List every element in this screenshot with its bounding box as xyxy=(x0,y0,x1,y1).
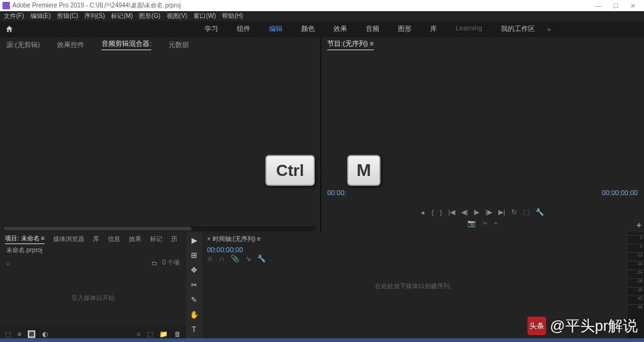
menu-view[interactable]: 视图(V) xyxy=(167,12,187,20)
tab-audio-mixer[interactable]: 音频剪辑混合器: xyxy=(102,39,151,50)
track-select-tool-icon[interactable]: ⊞ xyxy=(191,251,197,260)
tab-markers[interactable]: 标记 xyxy=(150,235,162,243)
timeline-drop-zone[interactable]: 在此处放下媒体以创建序列。 xyxy=(202,282,628,291)
selection-tool-icon[interactable]: ▶ xyxy=(192,236,197,245)
ws-editing[interactable]: 编辑 xyxy=(269,20,283,38)
menu-help[interactable]: 帮助(H) xyxy=(222,12,243,20)
horizontal-scrollbar[interactable] xyxy=(2,226,315,231)
trash-icon[interactable]: 🗑 xyxy=(174,330,181,338)
snap-icon[interactable]: ☆ xyxy=(207,255,213,263)
step-fwd-button[interactable]: ▶| xyxy=(498,208,505,216)
tab-media-browser[interactable]: 媒体浏览器 xyxy=(53,235,84,243)
project-filename: 未命名.prproj xyxy=(6,247,42,253)
loop-button[interactable]: ↻ xyxy=(511,208,517,216)
key-ctrl: Ctrl xyxy=(265,155,315,186)
menu-graphics[interactable]: 图形(G) xyxy=(139,12,160,20)
freeform-view-icon[interactable]: 🔳 xyxy=(27,330,36,338)
zoom-slider-icon[interactable]: ◐ xyxy=(42,330,48,338)
hand-tool-icon[interactable]: ✋ xyxy=(190,310,199,319)
home-button[interactable] xyxy=(0,21,19,37)
tab-source[interactable]: 源:(无剪辑) xyxy=(6,40,40,50)
status-bar xyxy=(0,338,644,342)
export-frame-icon[interactable]: 📷 xyxy=(467,219,476,227)
tools-panel: ▶ ⊞ ✥ ✂ ✎ ✋ T xyxy=(186,232,202,341)
list-view-icon[interactable]: ⬚ xyxy=(5,330,11,338)
tab-libraries[interactable]: 库 xyxy=(93,235,99,243)
button-editor-icon[interactable]: + xyxy=(494,219,498,227)
program-timecode-in: 00:00; xyxy=(327,189,346,196)
step-back-button[interactable]: |◀ xyxy=(448,208,455,216)
export-controls: 📷 ✂ + xyxy=(467,219,498,227)
menu-marker[interactable]: 标记(M) xyxy=(111,12,133,20)
timeline-timecode[interactable]: 00;00;00;00 xyxy=(202,246,628,253)
ws-mine[interactable]: 我的工作区 xyxy=(501,20,535,38)
mark-out-button[interactable]: { xyxy=(431,209,434,216)
source-panel: 源:(无剪辑) 效果控件 音频剪辑混合器: 元数据 xyxy=(0,37,321,232)
tab-metadata[interactable]: 元数据 xyxy=(169,40,189,50)
ripple-tool-icon[interactable]: ✥ xyxy=(191,266,197,274)
tab-info[interactable]: 信息 xyxy=(108,235,120,243)
minimize-button[interactable]: — xyxy=(589,2,607,9)
ws-assembly[interactable]: 组件 xyxy=(237,20,250,38)
go-in-button[interactable]: } xyxy=(440,209,443,216)
ws-learn[interactable]: 学习 xyxy=(205,20,218,38)
watermark-logo-icon: 头条 xyxy=(527,317,546,335)
wrench-icon[interactable]: 🔧 xyxy=(257,255,266,263)
plus-icon: ⊕═⊕ xyxy=(320,164,346,177)
safe-margins-button[interactable]: ⬚ xyxy=(523,208,529,216)
project-panel: 项目: 未命名 ≡ 媒体浏览器 库 信息 效果 标记 历 未命名.prproj … xyxy=(0,232,186,341)
menu-window[interactable]: 窗口(W) xyxy=(193,12,216,20)
tab-project[interactable]: 项目: 未命名 ≡ xyxy=(5,234,45,244)
menu-edit[interactable]: 编辑(E) xyxy=(30,12,51,20)
menu-file[interactable]: 文件(F) xyxy=(4,12,24,20)
marker-icon[interactable]: 📎 xyxy=(231,255,239,263)
settings-button[interactable]: 🔧 xyxy=(536,208,544,216)
tab-effect-controls[interactable]: 效果控件 xyxy=(57,40,84,50)
ws-graphics[interactable]: 图形 xyxy=(398,20,412,38)
next-frame-button[interactable]: |▶ xyxy=(485,208,492,216)
app-title: Adobe Premiere Pro 2019 - C:\用户\24944\桌面… xyxy=(12,1,181,10)
watermark-text: @平头pr解说 xyxy=(550,316,638,336)
ws-learning[interactable]: Learning xyxy=(456,20,482,38)
project-drop-zone[interactable]: 导入媒体以开始 xyxy=(0,270,186,327)
auto-sequence-icon[interactable]: ○ xyxy=(136,330,141,338)
folder-icon[interactable]: 🗀 xyxy=(151,260,157,266)
workspace-overflow-icon[interactable]: » xyxy=(547,25,551,33)
settings-icon[interactable]: ↘ xyxy=(245,255,251,263)
ws-libraries[interactable]: 库 xyxy=(430,20,437,38)
transport-controls: ● { } |◀ ◀| ▶ |▶ ▶| ↻ ⬚ 🔧 xyxy=(421,208,544,216)
tab-timeline[interactable]: × 时间轴:(无序列) ≡ xyxy=(207,235,261,243)
razor-tool-icon[interactable]: ✂ xyxy=(191,281,197,289)
maximize-button[interactable]: ☐ xyxy=(607,2,624,9)
search-icon: ⌕ xyxy=(6,260,10,266)
new-bin-icon[interactable]: 📁 xyxy=(159,330,168,338)
key-m: M xyxy=(347,155,381,186)
linked-selection-icon[interactable]: ∩ xyxy=(219,255,224,263)
pen-tool-icon[interactable]: ✎ xyxy=(191,296,197,304)
icon-view-icon[interactable]: ≡ xyxy=(17,330,21,338)
item-count: 0 个项 xyxy=(162,258,180,267)
tab-history[interactable]: 历 xyxy=(171,235,177,243)
ws-effects[interactable]: 效果 xyxy=(333,20,347,38)
search-input[interactable] xyxy=(15,260,146,266)
mark-in-button[interactable]: ● xyxy=(421,209,425,216)
menu-clip[interactable]: 剪辑(C) xyxy=(57,12,78,20)
app-icon xyxy=(2,2,10,9)
program-panel: 节目:(无序列) ≡ 00:00; 00;00;00;00 ● { } |◀ ◀… xyxy=(321,37,644,232)
comparison-icon[interactable]: ✂ xyxy=(482,219,488,227)
play-button[interactable]: ▶ xyxy=(474,208,479,216)
workspace-bar: 学习 组件 编辑 颜色 效果 音频 图形 库 Learning 我的工作区 » xyxy=(0,21,644,37)
program-timecode-out: 00;00;00;00 xyxy=(602,189,638,196)
type-tool-icon[interactable]: T xyxy=(192,325,196,334)
home-icon xyxy=(5,25,14,33)
ws-color[interactable]: 颜色 xyxy=(301,20,315,38)
window-titlebar: Adobe Premiere Pro 2019 - C:\用户\24944\桌面… xyxy=(0,0,644,11)
close-button[interactable]: ✕ xyxy=(624,2,642,9)
ws-audio[interactable]: 音频 xyxy=(366,20,379,38)
add-panel-button[interactable]: + xyxy=(637,220,642,230)
tab-effects[interactable]: 效果 xyxy=(129,235,141,243)
tab-program[interactable]: 节目:(无序列) ≡ xyxy=(327,39,374,50)
menu-sequence[interactable]: 序列(S) xyxy=(84,12,105,20)
prev-frame-button[interactable]: ◀| xyxy=(461,208,468,216)
find-icon[interactable]: ⬚ xyxy=(147,330,153,338)
